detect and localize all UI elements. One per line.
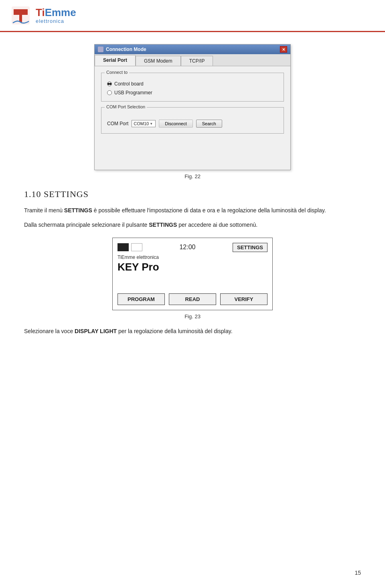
com-port-arrow: ▼	[150, 122, 153, 126]
display-time: 12:00	[179, 244, 195, 251]
radio-control-board-label: Control board	[114, 81, 144, 87]
figure-23-container: 12:00 SETTINGS TiEmme elettronica KEY Pr…	[24, 238, 361, 319]
display-left	[118, 243, 142, 251]
display-program-button[interactable]: PROGRAM	[118, 293, 165, 305]
tab-serial-port[interactable]: Serial Port	[95, 55, 136, 66]
dialog-title: Connection Mode	[106, 47, 146, 52]
radio-control-board-input[interactable]	[107, 81, 112, 86]
logo-text: TiEmme elettronica	[36, 7, 76, 24]
logo-icon	[10, 4, 32, 26]
dialog-spacer	[101, 139, 284, 163]
display-top-row: 12:00 SETTINGS	[118, 243, 267, 252]
fig-22-label: Fig. 22	[184, 173, 201, 179]
page-number: 15	[355, 570, 361, 576]
logo-emme: Emme	[45, 6, 76, 18]
display-black-square	[118, 243, 129, 251]
dialog-tabs: Serial Port GSM Modem TCP/IP	[95, 54, 290, 66]
logo-ti: Ti	[36, 6, 45, 18]
dialog-titlebar-left: Connection Mode	[98, 47, 146, 52]
logo-elettronica: elettronica	[36, 18, 76, 24]
paragraph-1: Tramite il menù SETTINGS è possibile eff…	[24, 206, 361, 215]
connect-to-legend: Connect to	[105, 70, 129, 75]
connection-mode-dialog: Connection Mode ✕ Serial Port GSM Modem …	[94, 44, 291, 170]
dialog-titlebar: Connection Mode ✕	[95, 45, 290, 54]
tab-tcp-ip[interactable]: TCP/IP	[181, 56, 213, 66]
com-port-row: COM Port COM10 ▼ Disconnect Search	[107, 120, 278, 128]
com-port-value: COM10	[134, 121, 149, 126]
radio-usb-programmer-label: USB Programmer	[114, 90, 152, 96]
radio-usb-programmer-input[interactable]	[107, 90, 112, 95]
figure-22-container: Connection Mode ✕ Serial Port GSM Modem …	[24, 44, 361, 179]
search-button[interactable]: Search	[196, 120, 222, 128]
com-port-fieldset: COM Port Selection COM Port COM10 ▼ Disc…	[101, 107, 284, 134]
dialog-close-button[interactable]: ✕	[280, 46, 287, 53]
display-model: KEY Pro	[118, 261, 267, 273]
paragraph-2: Dalla schermata principale selezionare i…	[24, 220, 361, 229]
dialog-body: Connect to Control board USB Programmer …	[95, 66, 290, 170]
display-mockup: 12:00 SETTINGS TiEmme elettronica KEY Pr…	[112, 238, 273, 310]
display-grey-square	[131, 243, 142, 251]
fig-23-label: Fig. 23	[184, 313, 201, 319]
com-port-select[interactable]: COM10 ▼	[132, 120, 156, 127]
main-content: Connection Mode ✕ Serial Port GSM Modem …	[0, 32, 385, 365]
com-port-label: COM Port	[107, 121, 128, 126]
dialog-icon	[98, 47, 103, 52]
radio-usb-programmer[interactable]: USB Programmer	[107, 90, 278, 96]
section-heading: 1.10 Settings	[24, 189, 361, 199]
display-bottom-buttons: PROGRAM READ VERIFY	[118, 293, 267, 305]
disconnect-button[interactable]: Disconnect	[159, 120, 192, 128]
paragraph-3: Selezionare la voce DISPLAY LIGHT per la…	[24, 327, 361, 336]
header: TiEmme elettronica	[0, 0, 385, 32]
display-verify-button[interactable]: VERIFY	[220, 293, 267, 305]
logo: TiEmme elettronica	[10, 4, 76, 26]
tab-gsm-modem[interactable]: GSM Modem	[136, 56, 181, 66]
connect-to-fieldset: Connect to Control board USB Programmer	[101, 73, 284, 102]
display-light-label: DISPLAY LIGHT	[75, 328, 117, 334]
com-port-legend: COM Port Selection	[105, 104, 147, 109]
display-read-button[interactable]: READ	[169, 293, 216, 305]
radio-control-board[interactable]: Control board	[107, 81, 278, 87]
display-brand: TiEmme elettronica	[118, 254, 267, 260]
display-settings-button[interactable]: SETTINGS	[233, 243, 267, 252]
